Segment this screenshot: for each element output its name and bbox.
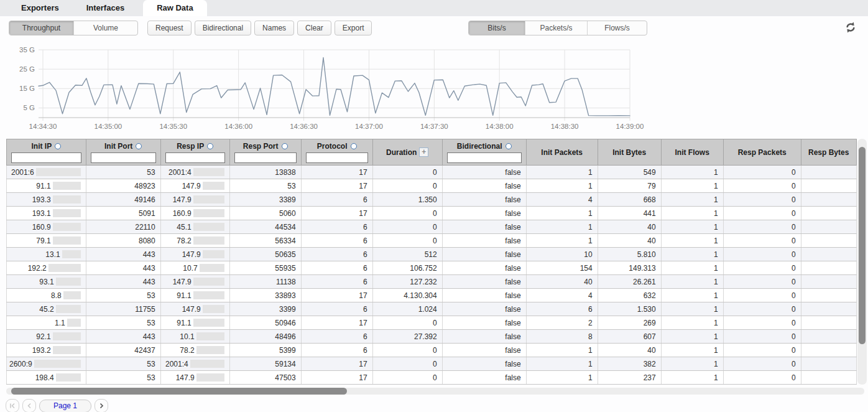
resp-port-filter-input[interactable] <box>234 152 297 163</box>
clear-button[interactable]: Clear <box>297 21 331 35</box>
column-label: Resp Bytes <box>808 148 849 157</box>
resp-bytes-cell <box>801 316 856 330</box>
init-ip-sort-control[interactable]: Init IP <box>9 142 84 151</box>
column-header-resp-port: Resp Port <box>229 139 301 166</box>
bidirectional-cell: false <box>442 371 526 385</box>
refresh-icon[interactable] <box>844 21 857 34</box>
tab-interfaces[interactable]: Interfaces <box>78 0 133 16</box>
table-row[interactable]: 93.1443147.9111386127.232false4026.26110 <box>7 275 857 289</box>
table-row[interactable]: 160.92211045.14453460false14010 <box>7 220 857 234</box>
redacted-ip-block <box>193 209 224 217</box>
resp-ip-sort-control[interactable]: Resp IP <box>163 142 228 151</box>
horizontal-scrollbar[interactable] <box>6 388 864 395</box>
unit-button-bits-s[interactable]: Bits/s <box>469 21 525 35</box>
bidirectional-sort-control[interactable]: Bidirectional <box>445 142 524 151</box>
filter-radio-icon[interactable] <box>207 143 213 149</box>
resp-port-sort-control[interactable]: Resp Port <box>232 142 299 151</box>
ip-prefix-text: 147.9 <box>173 195 192 204</box>
table-row[interactable]: 8.85391.133893174.130.304false463210 <box>7 289 857 302</box>
column-label: Bidirectional <box>457 142 502 151</box>
init-port-cell: 49146 <box>86 193 160 207</box>
table-row[interactable]: 198.453147.947503170false123710 <box>7 371 857 385</box>
redacted-ip-block <box>62 250 81 258</box>
filter-radio-icon[interactable] <box>282 143 288 149</box>
table-row[interactable]: 2001:6532001:413838170false154910 <box>7 166 857 179</box>
mode-toggle-group: ThroughputVolume <box>9 21 138 35</box>
tab-raw-data[interactable]: Raw Data <box>143 0 207 16</box>
init-bytes-cell: 632 <box>598 289 661 302</box>
protocol-cell: 6 <box>301 193 372 207</box>
init-bytes-cell: 549 <box>598 166 661 179</box>
duration-cell: 0 <box>372 166 442 179</box>
init-flows-cell: 1 <box>661 275 723 289</box>
table-row[interactable]: 91.148923147.953170false17910 <box>7 179 857 193</box>
duration-cell: 0 <box>372 207 442 220</box>
table-row[interactable]: 193.15091160.95060170false144110 <box>7 207 857 220</box>
init-bytes-cell: 1.530 <box>598 302 661 316</box>
init-ip-filter-input[interactable] <box>11 152 81 163</box>
horizontal-scrollbar-thumb[interactable] <box>11 388 347 395</box>
unit-button-flows-s[interactable]: Flows/s <box>587 21 647 35</box>
x-axis-tick-label: 14:34:30 <box>29 123 57 130</box>
resp-packets-cell: 0 <box>723 371 801 385</box>
next-page-button[interactable] <box>95 399 108 412</box>
init-flows-cell: 1 <box>661 261 723 275</box>
ip-prefix-text: 147.9 <box>176 373 195 382</box>
resp-ip-filter-input[interactable] <box>165 152 225 163</box>
request-button[interactable]: Request <box>147 21 192 35</box>
table-row[interactable]: 193.24243778.2539960false14010 <box>7 344 857 357</box>
redacted-ip-block <box>36 168 81 176</box>
protocol-sort-control[interactable]: Protocol <box>303 142 371 151</box>
filter-radio-icon[interactable] <box>55 143 61 149</box>
resp-bytes-cell <box>801 234 856 248</box>
table-row[interactable]: 192.244310.7559356106.752false154149.313… <box>7 261 857 275</box>
table-row[interactable]: 45.211755147.9339961.024false61.53010 <box>7 302 857 316</box>
first-page-button[interactable] <box>6 399 19 412</box>
filter-radio-icon[interactable] <box>136 143 142 149</box>
duration-expand-button[interactable]: + <box>419 147 428 157</box>
bidirectional-cell: false <box>442 275 526 289</box>
y-axis-tick-label: 35 G <box>19 46 35 54</box>
vertical-scrollbar-thumb[interactable] <box>859 147 866 344</box>
resp-bytes-cell <box>801 275 856 289</box>
unit-button-packets-s[interactable]: Packets/s <box>525 21 587 35</box>
tab-exporters[interactable]: Exporters <box>12 0 68 16</box>
bidirectional-button[interactable]: Bidirectional <box>195 21 251 35</box>
resp-port-cell: 48496 <box>229 330 301 344</box>
resp-bytes-cell <box>801 289 856 302</box>
table-row[interactable]: 2600:9532001:459134170false138210 <box>7 357 857 371</box>
redacted-ip-block <box>53 346 81 354</box>
init-port-filter-input[interactable] <box>91 152 156 163</box>
mode-button-throughput[interactable]: Throughput <box>9 21 73 35</box>
page-number-button[interactable]: Page 1 <box>39 400 91 412</box>
init-port-sort-control[interactable]: Init Port <box>88 142 159 151</box>
bidirectional-filter-input[interactable] <box>447 152 522 163</box>
filter-radio-icon[interactable] <box>506 143 512 149</box>
table-row[interactable]: 193.349146147.9338961.350false466810 <box>7 193 857 207</box>
init-flows-cell: 1 <box>661 302 723 316</box>
init-bytes-cell: 5.810 <box>598 248 661 261</box>
resp-ip-cell: 147.9 <box>160 371 229 385</box>
table-row[interactable]: 1.15391.150946170false226910 <box>7 316 857 330</box>
redacted-ip-block <box>34 360 81 368</box>
init-port-cell: 22110 <box>86 220 160 234</box>
init-flows-cell: 1 <box>661 220 723 234</box>
table-row[interactable]: 92.144310.148496627.392false860710 <box>7 330 857 344</box>
column-header-init-flows: Init Flows <box>661 139 723 166</box>
ip-prefix-text: 1.1 <box>55 319 65 327</box>
previous-page-button[interactable] <box>22 399 36 412</box>
resp-ip-cell: 78.2 <box>160 344 229 357</box>
protocol-cell: 6 <box>301 220 372 234</box>
vertical-scrollbar[interactable] <box>857 139 867 385</box>
ip-prefix-text: 193.3 <box>32 195 51 204</box>
names-button[interactable]: Names <box>254 21 294 35</box>
protocol-filter-input[interactable] <box>306 152 368 163</box>
resp-packets-cell: 0 <box>723 289 801 302</box>
table-row[interactable]: 13.1443147.9506356512false105.81010 <box>7 248 857 261</box>
mode-button-volume[interactable]: Volume <box>73 21 137 35</box>
init-ip-cell: 8.8 <box>7 289 86 302</box>
export-button[interactable]: Export <box>335 21 372 35</box>
resp-port-cell: 5399 <box>229 344 301 357</box>
filter-radio-icon[interactable] <box>351 143 357 149</box>
table-row[interactable]: 79.1808078.25633460false14010 <box>7 234 857 248</box>
